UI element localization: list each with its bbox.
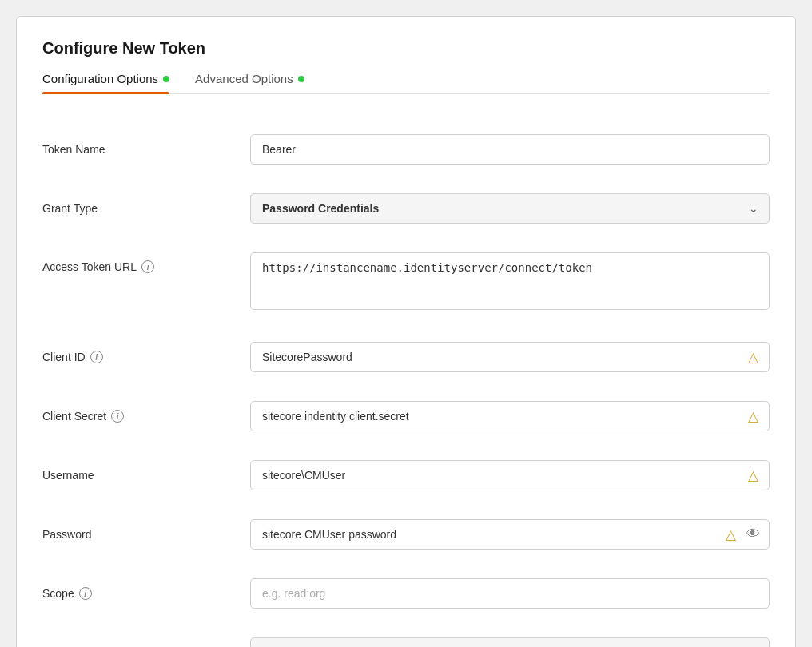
warning-icon-password: △ (726, 526, 736, 543)
form-row-token-name: Token Name (42, 120, 770, 179)
label-access-token-url: Access Token URL i (42, 252, 250, 273)
info-icon-client-id[interactable]: i (90, 351, 103, 363)
field-username: △ (250, 460, 770, 490)
form-row-client-secret: Client Secret i △ (42, 387, 770, 446)
warning-icon-client-id: △ (748, 349, 758, 366)
client-auth-select-wrapper: Send as Basic Auth header ⌄ (250, 637, 770, 647)
textarea-access-token-url[interactable]: https://instancename.identityserver/conn… (250, 252, 770, 310)
form-row-username: Username △ (42, 446, 770, 505)
client-id-input-wrapper: △ (250, 342, 770, 372)
select-client-authentication[interactable]: Send as Basic Auth header (250, 637, 770, 647)
label-scope: Scope i (42, 587, 250, 600)
field-password: △ 👁 (250, 519, 770, 550)
field-scope (250, 578, 770, 609)
grant-type-select-wrapper: Password Credentials ⌄ (250, 193, 770, 224)
input-token-name[interactable] (250, 134, 770, 165)
password-input-wrapper: △ 👁 (250, 519, 770, 550)
tab-configuration[interactable]: Configuration Options (42, 72, 169, 93)
label-password: Password (42, 528, 250, 541)
page-title: Configure New Token (42, 39, 770, 58)
field-client-id: △ (250, 342, 770, 372)
tab-configuration-dot (163, 76, 169, 82)
field-client-authentication: Send as Basic Auth header ⌄ (250, 637, 770, 647)
warning-icon-client-secret: △ (748, 408, 758, 425)
input-scope[interactable] (250, 578, 770, 609)
configure-token-card: Configure New Token Configuration Option… (16, 16, 796, 647)
username-input-wrapper: △ (250, 460, 770, 490)
tab-advanced[interactable]: Advanced Options (195, 72, 304, 93)
info-icon-scope[interactable]: i (79, 587, 92, 600)
form-row-grant-type: Grant Type Password Credentials ⌄ (42, 179, 770, 238)
input-username[interactable] (250, 460, 770, 490)
tab-configuration-label: Configuration Options (42, 72, 158, 85)
input-client-id[interactable] (250, 342, 770, 372)
form-row-password: Password △ 👁 (42, 505, 770, 564)
tabs-container: Configuration Options Advanced Options (42, 72, 770, 94)
input-password[interactable] (250, 519, 770, 550)
form-row-client-authentication: Client Authentication Send as Basic Auth… (42, 623, 770, 647)
label-username: Username (42, 469, 250, 482)
form-rows: Token Name Grant Type Password Credentia… (42, 120, 770, 647)
form-row-scope: Scope i (42, 564, 770, 623)
tab-advanced-label: Advanced Options (195, 72, 293, 85)
field-access-token-url: https://instancename.identityserver/conn… (250, 252, 770, 313)
label-grant-type: Grant Type (42, 202, 250, 215)
info-icon-access-token-url[interactable]: i (141, 260, 154, 273)
tab-advanced-dot (298, 76, 304, 82)
client-secret-input-wrapper: △ (250, 401, 770, 431)
info-icon-client-secret[interactable]: i (111, 410, 124, 423)
form-row-client-id: Client ID i △ (42, 327, 770, 387)
field-token-name (250, 134, 770, 165)
label-token-name: Token Name (42, 143, 250, 156)
field-client-secret: △ (250, 401, 770, 431)
label-client-secret: Client Secret i (42, 410, 250, 423)
form-row-access-token-url: Access Token URL i https://instancename.… (42, 238, 770, 327)
select-grant-type[interactable]: Password Credentials (250, 193, 770, 224)
field-grant-type: Password Credentials ⌄ (250, 193, 770, 224)
label-client-id: Client ID i (42, 351, 250, 363)
warning-icon-username: △ (748, 467, 758, 484)
input-client-secret[interactable] (250, 401, 770, 431)
eye-icon-password[interactable]: 👁 (746, 526, 760, 542)
